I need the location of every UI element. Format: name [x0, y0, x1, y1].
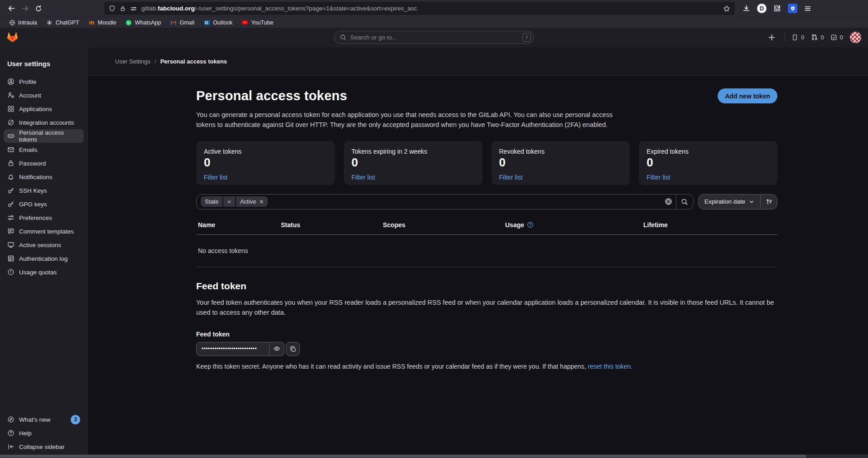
column-header-status: Status [281, 221, 383, 229]
search-shortcut-hint: / [522, 33, 531, 42]
issues-counter[interactable]: 0 [791, 34, 804, 41]
scrollbar-thumb[interactable] [0, 455, 806, 458]
filter-token-value-text: Active [240, 198, 256, 205]
clear-filter-button[interactable] [661, 198, 676, 205]
sidebar-item-preferences[interactable]: Preferences [4, 211, 84, 224]
lock-icon[interactable] [120, 5, 126, 12]
sort-controls: Expiration date [698, 194, 777, 210]
globe-icon [9, 19, 15, 26]
bookmark-label: ChatGPT [56, 19, 79, 26]
help-item[interactable]: Help [4, 426, 84, 440]
sidebar-item-label: Profile [19, 78, 36, 85]
sidebar-item-password[interactable]: Password [4, 156, 84, 170]
sidebar-item-emails[interactable]: Emails [4, 143, 84, 156]
sidebar-item-label: SSH Keys [19, 187, 47, 194]
bookmark-youtube[interactable]: YouTube [238, 18, 276, 27]
permissions-icon[interactable] [130, 5, 137, 12]
browser-reload-button[interactable] [32, 2, 45, 15]
bookmark-star-icon[interactable] [723, 5, 730, 12]
password-manager-icon[interactable] [788, 4, 797, 13]
filter-token-key[interactable]: State [201, 196, 222, 207]
sidebar-item-notifications[interactable]: Notifications [4, 170, 84, 184]
sidebar-item-personal-access-tokens[interactable]: Personal access tokens [4, 129, 84, 143]
copy-token-button[interactable] [286, 342, 300, 356]
reveal-token-button[interactable] [270, 342, 285, 356]
sort-field-dropdown[interactable]: Expiration date [699, 195, 761, 209]
warning-text: Keep this token secret. Anyone who has i… [196, 363, 588, 370]
whats-new-item[interactable]: What's new 3 [4, 413, 84, 426]
browser-toolbar: gitlab.fabcloud.org/-/user_settings/pers… [0, 0, 868, 17]
bookmark-label: WhatsApp [135, 19, 161, 26]
remove-token-icon[interactable]: ✕ [259, 199, 264, 205]
bookmarks-bar: Intrauia ChatGPT m Moodle WhatsApp Gmail… [0, 17, 868, 28]
usage-header-text: Usage [505, 221, 524, 229]
help-label: Help [19, 430, 32, 437]
sort-direction-button[interactable] [761, 195, 777, 209]
empty-state-message: No access tokens [196, 235, 777, 267]
filtered-search-input[interactable]: State = Active✕ [196, 194, 694, 210]
search-filter-button[interactable] [676, 195, 693, 209]
gmail-icon [170, 19, 177, 26]
bookmark-label: Outlook [213, 19, 232, 26]
bookmark-moodle[interactable]: m Moodle [85, 18, 120, 27]
token-icon [7, 132, 14, 140]
filter-list-link[interactable]: Filter list [499, 174, 523, 181]
bookmark-gmail[interactable]: Gmail [167, 18, 198, 27]
feed-token-input[interactable]: •••••••••••••••••••••••••• [196, 342, 270, 356]
feed-token-warning: Keep this token secret. Anyone who has i… [196, 363, 777, 370]
filter-token-value[interactable]: Active✕ [236, 196, 268, 207]
sidebar-item-active-sessions[interactable]: Active sessions [4, 238, 84, 252]
breadcrumb-parent[interactable]: User Settings [115, 58, 150, 65]
browser-back-button[interactable] [5, 2, 18, 15]
sidebar-item-applications[interactable]: Applications [4, 102, 84, 116]
sidebar-item-label: Applications [19, 106, 52, 112]
collapse-sidebar-item[interactable]: Collapse sidebar [4, 440, 84, 453]
todos-counter[interactable]: 0 [830, 34, 843, 41]
horizontal-scrollbar[interactable] [0, 454, 868, 458]
gauge-icon [7, 268, 14, 276]
filter-bar: State = Active✕ Expiration date [196, 194, 777, 210]
main-area: User Settings / Personal access tokens P… [88, 47, 868, 458]
sidebar-item-gpg-keys[interactable]: GPG keys [4, 197, 84, 211]
user-avatar[interactable] [849, 31, 862, 44]
settings-sidebar: User settings Profile Account Applicatio… [0, 47, 88, 458]
bookmark-label: Gmail [179, 19, 194, 26]
sidebar-item-usage-quotas[interactable]: Usage quotas [4, 265, 84, 279]
profile-icon [7, 78, 14, 85]
downloads-icon[interactable] [743, 5, 750, 12]
create-new-button[interactable] [765, 30, 778, 44]
filter-list-link[interactable]: Filter list [646, 174, 670, 181]
add-new-token-button[interactable]: Add new token [718, 88, 777, 103]
stat-label: Tokens expiring in 2 weeks [352, 148, 475, 155]
menu-hamburger-icon[interactable] [804, 5, 811, 12]
bookmark-chatgpt[interactable]: ChatGPT [43, 18, 82, 27]
tokens-table: Name Status Scopes Usage Lifetime No acc… [196, 221, 777, 267]
bookmark-whatsapp[interactable]: WhatsApp [122, 18, 164, 27]
sidebar-item-integration-accounts[interactable]: Integration accounts [4, 116, 84, 129]
filter-token-operator[interactable]: = [223, 196, 235, 207]
bookmark-label: Intrauia [18, 19, 37, 26]
mr-count-value: 0 [821, 34, 824, 41]
sidebar-item-authentication-log[interactable]: Authentication log [4, 252, 84, 265]
lock-icon [7, 160, 14, 167]
bookmark-outlook[interactable]: Outlook [200, 18, 236, 27]
extensions-puzzle-icon[interactable] [773, 5, 781, 12]
sidebar-item-comment-templates[interactable]: Comment templates [4, 224, 84, 238]
global-search-input[interactable]: Search or go to... / [334, 31, 534, 44]
browser-forward-button[interactable] [18, 2, 32, 15]
sidebar-item-ssh-keys[interactable]: SSH Keys [4, 184, 84, 197]
bookmark-intrauia[interactable]: Intrauia [5, 18, 40, 27]
filter-list-link[interactable]: Filter list [204, 174, 227, 181]
sidebar-item-profile[interactable]: Profile [4, 75, 84, 88]
sidebar-item-label: Emails [19, 146, 38, 153]
reset-token-link[interactable]: reset this token. [588, 363, 633, 370]
merge-requests-counter[interactable]: 0 [811, 34, 824, 41]
tracking-shield-icon[interactable] [109, 5, 116, 12]
url-bar[interactable]: gitlab.fabcloud.org/-/user_settings/pers… [104, 2, 735, 15]
sidebar-item-account[interactable]: Account [4, 88, 84, 102]
header-divider [785, 33, 785, 42]
extension-d-icon[interactable]: D [757, 4, 767, 13]
filter-list-link[interactable]: Filter list [352, 174, 375, 181]
help-question-icon[interactable] [527, 221, 534, 228]
gitlab-logo[interactable] [6, 31, 19, 43]
